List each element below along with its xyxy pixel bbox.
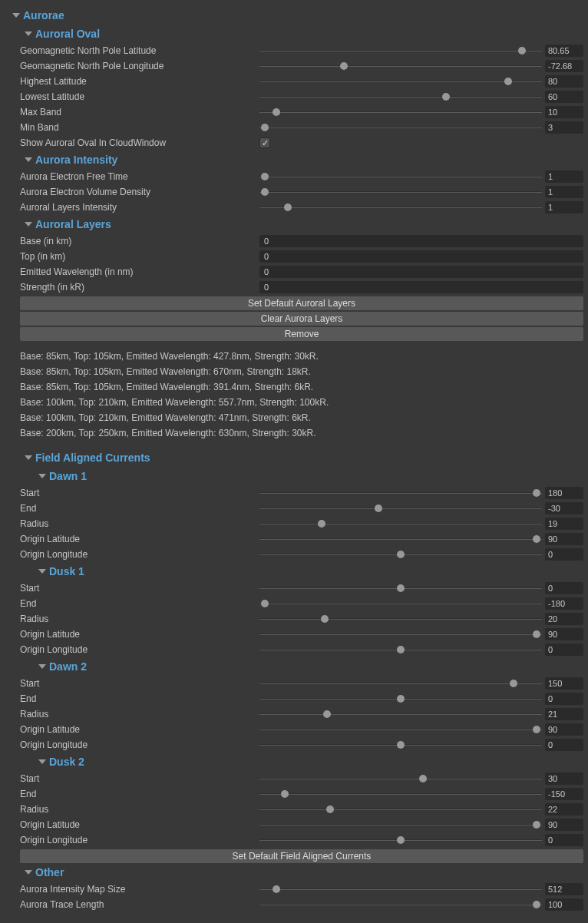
min-band-field[interactable]: 3 [545, 121, 583, 134]
dusk2-radius-slider[interactable] [259, 803, 542, 815]
title-other: Other [35, 866, 64, 878]
layers-intensity-slider[interactable] [259, 201, 542, 213]
dusk2-origin-lon-field[interactable]: 0 [545, 834, 583, 846]
header-aurorae[interactable]: Aurorae [5, 6, 583, 25]
min-band-label: Min Band [5, 122, 259, 133]
intensity-map-size-slider[interactable] [259, 883, 542, 895]
dusk2-origin-lat-field[interactable]: 90 [545, 819, 583, 831]
header-auroral-layers[interactable]: Auroral Layers [5, 215, 583, 233]
electron-free-time-label: Aurora Electron Free Time [5, 171, 259, 182]
electron-volume-density-field[interactable]: 1 [545, 186, 583, 198]
dusk2-start-slider[interactable] [259, 772, 542, 785]
dawn1-start-field[interactable]: 180 [545, 487, 583, 499]
dawn1-origin-lon-slider[interactable] [259, 548, 542, 561]
north-pole-lat-slider[interactable] [259, 45, 542, 57]
dusk1-radius-label: Radius [5, 614, 259, 624]
trace-length-field[interactable]: 100 [545, 898, 583, 911]
foldout-icon [12, 13, 20, 18]
layer-emitted-field[interactable]: 0 [259, 266, 583, 278]
max-band-slider[interactable] [259, 106, 542, 118]
north-pole-lat-field[interactable]: 80.65 [545, 45, 583, 57]
dusk1-start-slider[interactable] [259, 582, 542, 594]
foldout-icon [38, 569, 46, 574]
dawn2-end-field[interactable]: 0 [545, 693, 583, 705]
dusk2-origin-lat-slider[interactable] [259, 819, 542, 831]
dawn2-origin-lon-field[interactable]: 0 [545, 739, 583, 751]
layer-strength-field[interactable]: 0 [259, 281, 583, 293]
highest-lat-slider[interactable] [259, 75, 542, 88]
dawn1-radius-field[interactable]: 19 [545, 518, 583, 530]
highest-lat-field[interactable]: 80 [545, 75, 583, 88]
layers-intensity-field[interactable]: 1 [545, 201, 583, 213]
clear-aurora-layers-button[interactable]: Clear Aurora Layers [20, 312, 583, 326]
dawn1-origin-lat-label: Origin Latitude [5, 534, 259, 544]
dusk1-end-field[interactable]: -180 [545, 597, 583, 610]
dawn2-end-slider[interactable] [259, 693, 542, 705]
header-other[interactable]: Other [5, 863, 583, 882]
dawn2-radius-slider[interactable] [259, 708, 542, 720]
dawn2-start-field[interactable]: 150 [545, 677, 583, 690]
layer-top-field[interactable]: 0 [259, 250, 583, 263]
set-default-auroral-layers-button[interactable]: Set Default Auroral Layers [20, 296, 583, 310]
dawn1-origin-lon-field[interactable]: 0 [545, 548, 583, 561]
dawn1-start-slider[interactable] [259, 487, 542, 499]
min-band-slider[interactable] [259, 121, 542, 134]
max-band-field[interactable]: 10 [545, 106, 583, 118]
set-default-fac-button[interactable]: Set Default Field Aligned Currents [20, 849, 583, 863]
title-auroral-oval: Auroral Oval [35, 28, 100, 40]
dusk2-origin-lon-slider[interactable] [259, 834, 542, 846]
dawn2-origin-lon-slider[interactable] [259, 739, 542, 751]
header-dusk1[interactable]: Dusk 1 [5, 562, 583, 581]
electron-free-time-field[interactable]: 1 [545, 170, 583, 183]
electron-volume-density-slider[interactable] [259, 186, 542, 198]
show-oval-checkbox[interactable] [259, 137, 270, 148]
dawn2-start-slider[interactable] [259, 677, 542, 690]
dusk2-end-slider[interactable] [259, 788, 542, 800]
header-dawn1[interactable]: Dawn 1 [5, 467, 583, 485]
dusk1-radius-slider[interactable] [259, 613, 542, 625]
north-pole-lon-slider[interactable] [259, 60, 542, 72]
dusk1-start-field[interactable]: 0 [545, 582, 583, 594]
dawn1-radius-slider[interactable] [259, 518, 542, 530]
header-auroral-oval[interactable]: Auroral Oval [5, 25, 583, 43]
dusk1-origin-lat-field[interactable]: 90 [545, 628, 583, 640]
dawn2-origin-lat-slider[interactable] [259, 723, 542, 736]
dusk2-end-field[interactable]: -150 [545, 788, 583, 800]
dusk1-origin-lon-slider[interactable] [259, 643, 542, 656]
dawn1-end-slider[interactable] [259, 502, 542, 514]
intensity-map-size-field[interactable]: 512 [545, 883, 583, 895]
header-dawn2[interactable]: Dawn 2 [5, 657, 583, 676]
title-auroral-layers: Auroral Layers [35, 218, 111, 230]
lowest-lat-slider[interactable] [259, 91, 542, 103]
remove-button[interactable]: Remove [20, 327, 583, 341]
foldout-icon [25, 157, 32, 162]
dusk1-radius-field[interactable]: 20 [545, 613, 583, 625]
north-pole-lon-field[interactable]: -72.68 [545, 60, 583, 72]
dawn2-end-label: End [5, 693, 259, 704]
foldout-icon [38, 664, 46, 669]
dusk2-origin-lat-label: Origin Latitude [5, 819, 259, 830]
dawn1-origin-lat-field[interactable]: 90 [545, 533, 583, 545]
header-dusk2[interactable]: Dusk 2 [5, 753, 583, 771]
foldout-icon [25, 31, 32, 36]
header-field-aligned-currents[interactable]: Field Aligned Currents [5, 448, 583, 467]
electron-free-time-slider[interactable] [259, 170, 542, 183]
trace-length-slider[interactable] [259, 898, 542, 911]
dusk2-radius-field[interactable]: 22 [545, 803, 583, 815]
dusk1-end-slider[interactable] [259, 597, 542, 610]
electron-volume-density-label: Aurora Electron Volume Density [5, 187, 259, 197]
layer-base-field[interactable]: 0 [259, 235, 583, 247]
dawn1-end-field[interactable]: -30 [545, 502, 583, 514]
dusk1-origin-lat-slider[interactable] [259, 628, 542, 640]
dawn2-origin-lon-label: Origin Longitude [5, 739, 259, 750]
layer-entry: Base: 100km, Top: 210km, Emitted Wavelen… [20, 410, 583, 425]
dawn2-radius-field[interactable]: 21 [545, 708, 583, 720]
dusk2-start-field[interactable]: 30 [545, 772, 583, 785]
dawn1-origin-lat-slider[interactable] [259, 533, 542, 545]
dawn2-origin-lat-field[interactable]: 90 [545, 723, 583, 736]
header-aurora-intensity[interactable]: Aurora Intensity [5, 151, 583, 169]
max-band-label: Max Band [5, 107, 259, 117]
lowest-lat-field[interactable]: 60 [545, 91, 583, 103]
dusk2-origin-lon-label: Origin Longitude [5, 835, 259, 845]
dusk1-origin-lon-field[interactable]: 0 [545, 643, 583, 656]
